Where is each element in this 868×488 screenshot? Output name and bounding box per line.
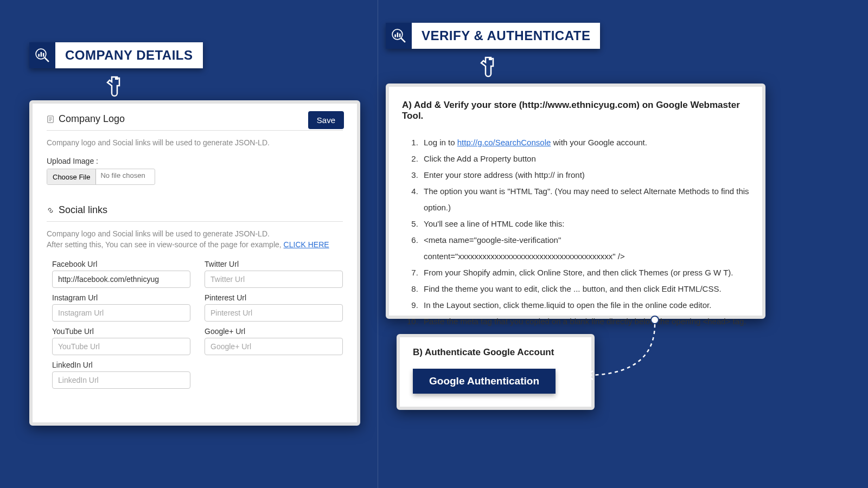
step-item: From your Shopify admin, click Online St… (420, 265, 749, 281)
twitter-label: Twitter Url (205, 260, 343, 268)
svg-rect-5 (115, 78, 118, 80)
pointer-down-icon (101, 74, 128, 101)
step-item: <meta name="google-site-verification" co… (420, 232, 749, 265)
social-desc-2-prefix: After setting this, You can see in view-… (47, 240, 284, 249)
svg-point-16 (651, 316, 659, 324)
search-console-link[interactable]: http://g.co/SearchConsole (457, 138, 551, 147)
click-here-link[interactable]: CLICK HERE (284, 240, 329, 249)
youtube-label: YouTube Url (52, 327, 190, 336)
company-logo-section: Company Logo (47, 113, 343, 125)
left-header-badge: COMPANY DETAILS (29, 42, 203, 68)
left-panel: COMPANY DETAILS Company Logo Save Compan… (0, 0, 378, 488)
step-item: Enter your store address (with http:// i… (420, 167, 749, 183)
analytics-search-icon (29, 42, 55, 68)
file-chosen-text: No file chosen (96, 169, 149, 184)
verify-card-a: A) Add & Verify your store (http://www.e… (386, 84, 765, 319)
card-b-title: B) Authenticate Google Account (413, 347, 578, 358)
card-a-title: A) Add & Verify your store (http://www.e… (402, 97, 749, 125)
choose-file-button[interactable]: Choose File (47, 169, 96, 184)
googleplus-label: Google+ Url (205, 327, 343, 336)
social-desc-2: After setting this, You can see in view-… (47, 240, 343, 249)
step-item: Log in to http://g.co/SearchConsole with… (420, 134, 749, 151)
step-item: In the Layout section, click theme.liqui… (420, 297, 749, 313)
linkedin-input[interactable] (52, 371, 190, 389)
instagram-label: Instagram Url (52, 293, 190, 302)
step-1-suffix: with your Google account. (551, 138, 647, 147)
divider (47, 221, 343, 222)
linkedin-label: LinkedIn Url (52, 361, 190, 369)
instagram-input[interactable] (52, 304, 190, 322)
company-logo-title: Company Logo (59, 113, 125, 125)
svg-rect-14 (399, 34, 401, 37)
logo-description: Company logo and Social links will be us… (47, 138, 343, 147)
file-input[interactable]: Choose File No file chosen (47, 169, 155, 185)
social-links-title: Social links (59, 204, 107, 216)
step-1-prefix: Log in to (424, 138, 457, 147)
pinterest-label: Pinterest Url (205, 293, 343, 302)
left-header-title: COMPANY DETAILS (55, 42, 203, 68)
link-icon (47, 207, 54, 214)
instruction-list: Log in to http://g.co/SearchConsole with… (406, 134, 749, 346)
google-auth-button[interactable]: Google Authentication (413, 369, 556, 394)
analytics-search-icon (386, 23, 412, 49)
save-button[interactable]: Save (308, 111, 344, 129)
facebook-input[interactable] (52, 271, 190, 288)
facebook-label: Facebook Url (52, 260, 190, 268)
pointer-down-icon (475, 54, 502, 81)
verify-card-b: B) Authenticate Google Account Google Au… (397, 334, 595, 410)
twitter-input[interactable] (205, 271, 343, 288)
svg-rect-2 (38, 54, 40, 56)
connector-arrow-icon (579, 316, 676, 391)
divider (47, 130, 343, 131)
svg-line-1 (44, 57, 49, 62)
svg-rect-13 (397, 33, 399, 37)
social-links-section: Social links (47, 204, 343, 216)
step-item: You'll see a line of HTML code like this… (420, 216, 749, 232)
googleplus-input[interactable] (205, 338, 343, 355)
clipboard-icon (47, 115, 54, 123)
right-header-title: VERIFY & AUTHENTICATE (412, 23, 600, 49)
step-item: Click the Add a Property button (420, 151, 749, 167)
svg-rect-12 (394, 34, 396, 37)
social-desc-1: Company logo and Social links will be us… (47, 229, 343, 238)
right-panel: VERIFY & AUTHENTICATE A) Add & Verify yo… (378, 0, 868, 488)
svg-rect-15 (489, 58, 492, 60)
svg-rect-4 (43, 53, 44, 57)
company-details-card: Company Logo Save Company logo and Socia… (29, 100, 360, 426)
upload-image-label: Upload Image : (47, 157, 343, 165)
svg-rect-3 (41, 52, 42, 57)
right-header-badge: VERIFY & AUTHENTICATE (386, 23, 600, 49)
step-item: The option you want is "HTML Tag". (You … (420, 183, 749, 216)
youtube-input[interactable] (52, 338, 190, 355)
step-item: Find the theme you want to edit, click t… (420, 281, 749, 297)
pinterest-input[interactable] (205, 304, 343, 322)
svg-line-11 (401, 38, 405, 42)
